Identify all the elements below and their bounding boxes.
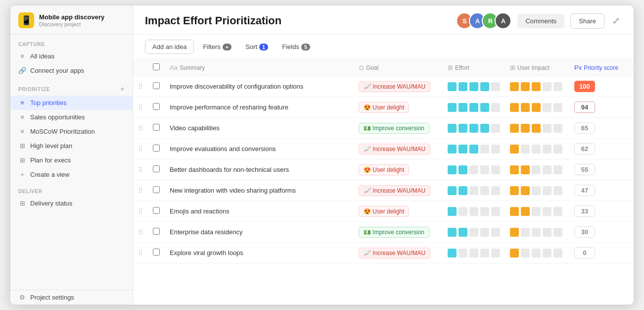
- impact-dot-empty: [543, 165, 552, 174]
- sidebar-item-label: Delivery status: [30, 200, 72, 207]
- drag-handle[interactable]: ⠿: [133, 180, 148, 201]
- effort-dot-filled: [480, 82, 489, 91]
- impact-dot-filled: [510, 165, 519, 174]
- row-checkbox[interactable]: [153, 228, 160, 235]
- drag-handle[interactable]: ⠿: [133, 201, 148, 222]
- row-goal: 📈 Increase WAU/MAU: [354, 180, 443, 201]
- table-row: ⠿Emojis and reactions😍 User delight33: [133, 201, 634, 222]
- effort-dot-filled: [469, 103, 478, 112]
- fields-button[interactable]: Fields 5: [277, 40, 315, 53]
- capture-section-label: CAPTURE: [10, 35, 133, 49]
- effort-dot-filled: [480, 124, 489, 133]
- drag-handle[interactable]: ⠿: [133, 222, 148, 243]
- grid-icon: ⊞: [18, 142, 26, 150]
- sidebar-item-delivery-status[interactable]: ⊞ Delivery status: [10, 196, 133, 210]
- effort-dots: [448, 186, 500, 195]
- sort-button[interactable]: Sort 1: [240, 40, 273, 53]
- comments-button[interactable]: Comments: [517, 14, 564, 28]
- effort-dot-empty: [491, 228, 500, 237]
- effort-dot-filled: [459, 103, 467, 112]
- sidebar-item-sales-opportunities[interactable]: ≡ Sales opportunities: [10, 110, 133, 124]
- goal-badge: 📈 Increase WAU/MAU: [359, 248, 430, 258]
- select-all-checkbox[interactable]: [153, 63, 160, 70]
- row-goal: 📈 Increase WAU/MAU: [354, 243, 443, 263]
- row-summary: Improve performance of resharing feature: [165, 97, 354, 118]
- effort-dot-filled: [448, 145, 457, 154]
- impact-dot-empty: [521, 249, 530, 258]
- drag-handle[interactable]: ⠿: [133, 243, 148, 263]
- drag-handle[interactable]: ⠿: [133, 97, 148, 118]
- row-impact: [505, 139, 569, 159]
- effort-dot-empty: [480, 207, 489, 216]
- row-checkbox[interactable]: [153, 124, 160, 131]
- drag-handle[interactable]: ⠿: [133, 118, 148, 139]
- row-impact: [505, 222, 569, 243]
- impact-dot-empty: [532, 186, 541, 195]
- table-row: ⠿Improve performance of resharing featur…: [133, 97, 634, 118]
- effort-dot-filled: [448, 82, 457, 91]
- priority-score-badge: 65: [574, 122, 595, 134]
- ideas-table: Aa Summary ⊙ Goal ⊞: [133, 59, 634, 263]
- effort-dot-filled: [459, 124, 467, 133]
- sidebar-item-project-settings[interactable]: ⚙ Project settings: [10, 290, 133, 305]
- effort-dot-empty: [459, 249, 467, 258]
- row-checkbox[interactable]: [153, 103, 160, 110]
- col-check-header: [148, 59, 165, 76]
- sidebar-item-label: Top priorities: [30, 99, 67, 106]
- drag-handle[interactable]: ⠿: [133, 159, 148, 180]
- row-goal: 😍 User delight: [354, 201, 443, 222]
- impact-dot-empty: [543, 207, 552, 216]
- impact-dot-empty: [553, 145, 562, 154]
- goal-badge: 😍 User delight: [359, 164, 409, 175]
- row-priority-score: 100: [569, 76, 634, 97]
- effort-dot-filled: [469, 145, 478, 154]
- effort-dot-filled: [459, 186, 467, 195]
- add-idea-button[interactable]: Add an idea: [145, 40, 194, 54]
- row-goal: 😍 User delight: [354, 97, 443, 118]
- drag-handle[interactable]: ⠿: [133, 76, 148, 97]
- row-effort: [443, 97, 505, 118]
- row-effort: [443, 180, 505, 201]
- effort-dot-empty: [469, 165, 478, 174]
- impact-dot-filled: [532, 82, 541, 91]
- row-summary: Explore viral growth loops: [165, 243, 354, 263]
- row-checkbox-cell: [148, 243, 165, 263]
- drag-handle[interactable]: ⠿: [133, 139, 148, 159]
- effort-dot-filled: [448, 207, 457, 216]
- sidebar-item-top-priorities[interactable]: ≡ Top priorities: [10, 96, 133, 110]
- effort-dot-empty: [469, 228, 478, 237]
- add-view-icon[interactable]: +: [120, 85, 125, 94]
- sidebar-item-create-view[interactable]: + Create a view: [10, 167, 133, 182]
- effort-col-icon: ⊞: [448, 64, 453, 71]
- effort-dot-empty: [491, 186, 500, 195]
- effort-dot-filled: [448, 228, 457, 237]
- impact-dot-empty: [553, 207, 562, 216]
- row-summary: Video capabilities: [165, 118, 354, 139]
- priority-score-badge: 47: [574, 185, 595, 196]
- sidebar-item-plan-for-execs[interactable]: ⊞ Plan for execs: [10, 153, 133, 167]
- row-checkbox[interactable]: [153, 186, 160, 193]
- effort-dot-filled: [480, 103, 489, 112]
- filters-button[interactable]: Filters +: [198, 40, 236, 53]
- impact-dot-filled: [521, 124, 530, 133]
- table-row: ⠿Better dashboards for non-technical use…: [133, 159, 634, 180]
- row-effort: [443, 222, 505, 243]
- row-checkbox[interactable]: [153, 82, 160, 89]
- row-checkbox-cell: [148, 97, 165, 118]
- row-checkbox[interactable]: [153, 249, 160, 256]
- effort-col-label: Effort: [455, 64, 469, 71]
- col-goal-header: ⊙ Goal: [354, 59, 443, 76]
- row-checkbox[interactable]: [153, 145, 160, 152]
- row-checkbox[interactable]: [153, 207, 160, 214]
- goal-badge: 😍 User delight: [359, 102, 409, 113]
- sidebar-item-moscow[interactable]: ≡ MoSCoW Prioritization: [10, 124, 133, 139]
- table-row: ⠿New integration with video sharing plat…: [133, 180, 634, 201]
- share-button[interactable]: Share: [570, 13, 604, 29]
- row-effort: [443, 243, 505, 263]
- expand-button[interactable]: ⤢: [610, 13, 622, 28]
- sidebar-item-connect-apps[interactable]: 🔗 Connect your apps: [10, 63, 133, 78]
- row-checkbox[interactable]: [153, 165, 160, 172]
- impact-dots: [510, 103, 564, 112]
- sidebar-item-all-ideas[interactable]: ≡ All ideas: [10, 49, 133, 63]
- sidebar-item-high-level-plan[interactable]: ⊞ High level plan: [10, 139, 133, 153]
